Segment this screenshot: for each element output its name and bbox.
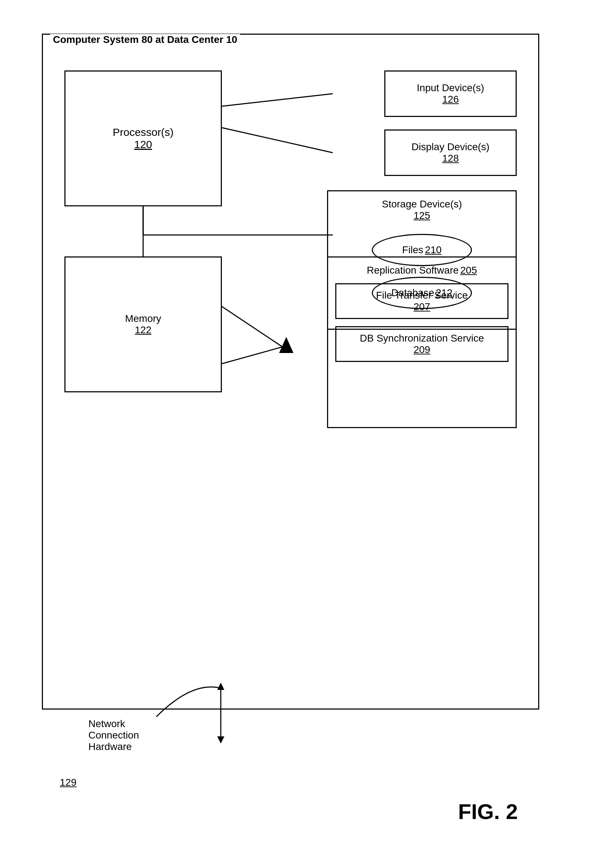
- processor-label: Processor(s): [113, 126, 173, 138]
- fig-label: FIG. 2: [458, 799, 518, 824]
- network-hardware-area: Network Connection Hardware 129: [60, 777, 77, 788]
- svg-line-0: [222, 94, 333, 106]
- input-device-box: Input Device(s) 126: [384, 71, 517, 117]
- svg-line-1: [222, 128, 333, 153]
- memory-label: Memory: [125, 313, 161, 324]
- svg-marker-9: [217, 736, 224, 743]
- svg-marker-7: [279, 337, 293, 353]
- replication-num: 205: [460, 265, 477, 276]
- storage-title-area: Storage Device(s) 125: [382, 191, 462, 221]
- replication-box: Replication Software 205 File Transfer S…: [327, 257, 517, 428]
- db-sync-label: DB Synchronization Service: [360, 333, 484, 344]
- db-sync-num: 209: [414, 344, 430, 356]
- svg-line-6: [222, 346, 286, 364]
- storage-device-label: Storage Device(s): [382, 198, 462, 210]
- network-label: Network Connection Hardware: [88, 718, 139, 752]
- system-box: Computer System 80 at Data Center 10 Pro…: [42, 34, 539, 710]
- replication-title-area: Replication Software 205: [335, 265, 509, 276]
- svg-line-5: [222, 306, 286, 350]
- replication-label: Replication Software: [367, 265, 459, 276]
- input-device-num: 126: [442, 94, 459, 105]
- input-device-label: Input Device(s): [417, 82, 484, 94]
- network-num: 129: [60, 777, 77, 788]
- db-sync-box: DB Synchronization Service 209: [335, 326, 509, 362]
- memory-box: Memory 122: [65, 257, 222, 392]
- memory-num: 122: [135, 324, 152, 336]
- processor-num: 120: [134, 138, 152, 150]
- file-transfer-num: 207: [414, 301, 430, 312]
- display-device-num: 128: [442, 153, 459, 164]
- file-transfer-label: File Transfer Service: [376, 290, 468, 301]
- storage-device-num: 125: [414, 210, 430, 221]
- display-device-box: Display Device(s) 128: [384, 129, 517, 176]
- files-num: 210: [425, 244, 442, 256]
- system-title: Computer System 80 at Data Center 10: [50, 34, 240, 45]
- file-transfer-box: File Transfer Service 207: [335, 283, 509, 319]
- processor-box: Processor(s) 120: [65, 71, 222, 206]
- display-device-label: Display Device(s): [411, 141, 489, 153]
- files-label: Files: [402, 244, 423, 256]
- page: Computer System 80 at Data Center 10 Pro…: [31, 23, 568, 845]
